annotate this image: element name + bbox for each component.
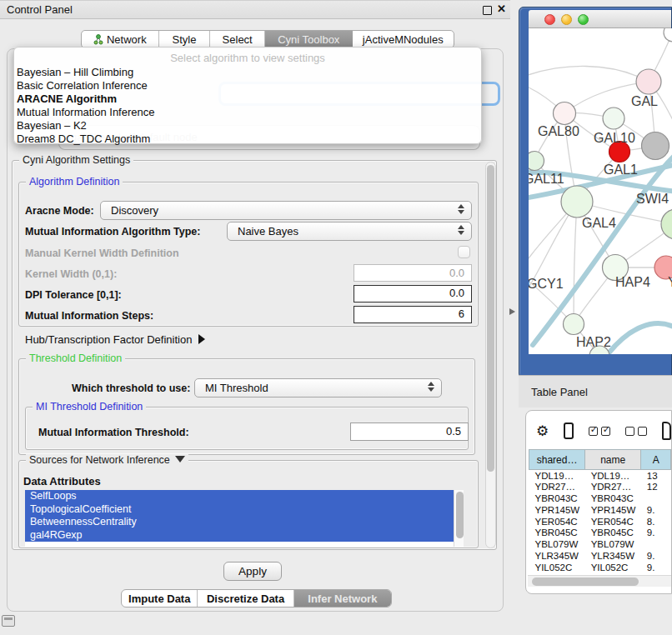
dpi-tolerance-input[interactable]: 0.0 [354, 285, 472, 302]
attribute-item-selected[interactable]: BetweennessCentrality [25, 516, 454, 529]
table-hscrollbar[interactable] [528, 575, 671, 587]
node-label: GAL [631, 94, 658, 108]
apply-button[interactable]: Apply [223, 562, 282, 581]
which-threshold-select[interactable]: MI Threshold [194, 378, 442, 398]
table-row[interactable]: YIL052CYIL052C9. [529, 562, 671, 573]
network-node-gal10[interactable] [603, 108, 624, 129]
list-scrollbar[interactable] [454, 490, 464, 547]
dropdown-item[interactable]: Bayesian – K2 [14, 119, 481, 132]
tab-impute-data[interactable]: Impute Data [122, 590, 198, 607]
dropdown-item[interactable]: ARACNE Algorithm [14, 92, 481, 106]
node-table[interactable]: shared…nameA YDL19…YDL19…13YDR27…YDR27…1… [529, 449, 671, 573]
table-row[interactable]: YBR043CYBR043C [529, 492, 671, 504]
select-none-icon[interactable] [625, 427, 647, 436]
float-window-icon[interactable] [483, 6, 492, 15]
settings-group-title: Cyni Algorithm Settings [19, 154, 133, 166]
table-row[interactable]: YLR345WYLR345W9. [529, 550, 671, 562]
column-header[interactable]: shared… [529, 450, 585, 470]
column-header[interactable]: A [641, 450, 671, 470]
aracne-mode-select[interactable]: Discovery [100, 201, 472, 220]
dropdown-item[interactable]: Dream8 DC_TDC Algorithm [14, 132, 481, 146]
table-row[interactable]: YDR27…YDR27…12 [529, 481, 671, 492]
data-attributes-label: Data Attributes [23, 475, 101, 488]
select-all-icon[interactable] [589, 427, 610, 436]
network-node-gal4[interactable] [561, 186, 593, 218]
split-columns-icon[interactable] [564, 422, 574, 439]
tab-infer-network[interactable]: Infer Network [294, 590, 391, 607]
close-icon[interactable]: ✕ [497, 2, 506, 15]
docked-panel-icon[interactable] [2, 615, 15, 627]
node-label: GAL10 [594, 131, 635, 145]
settings-scrollbar[interactable] [485, 162, 496, 548]
minimize-traffic-light[interactable] [561, 14, 572, 25]
algorithm-dropdown: Select algorithm to view settings Bayesi… [13, 47, 482, 144]
table-row[interactable]: YBL079WYBL079W [529, 538, 671, 550]
mi-threshold-definition-title: MI Threshold Definition [33, 401, 146, 412]
network-window: GALGAL80GAL10GAL1GAL11GAL4SWI4GCY1HAP4YH… [519, 7, 672, 378]
zoom-traffic-light[interactable] [578, 14, 589, 25]
tab-select[interactable]: Select [210, 31, 265, 48]
dpi-tolerance-label: DPI Tolerance [0,1]: [25, 289, 122, 301]
network-window-titlebar[interactable] [529, 10, 671, 28]
mi-steps-label: Mutual Information Steps: [25, 310, 153, 322]
data-attributes-list[interactable]: SelfLoopsTopologicalCoefficientBetweenne… [25, 490, 464, 547]
document-icon[interactable] [662, 422, 671, 440]
bottom-tabs: Impute DataDiscretize DataInfer Network [121, 589, 392, 608]
aracne-mode-label: Aracne Mode: [25, 205, 94, 217]
node-label: GAL1 [604, 162, 638, 177]
control-panel-title: Control Panel [7, 3, 73, 16]
tab-style[interactable]: Style [159, 31, 211, 48]
tab-jactivemnodules[interactable]: jActiveMNodules [353, 31, 454, 48]
network-node[interactable] [642, 132, 669, 160]
attribute-item-selected[interactable]: SelfLoops [25, 490, 454, 503]
network-edge[interactable] [529, 66, 649, 82]
algorithm-definition-title: Algorithm Definition [26, 176, 123, 188]
table-row[interactable]: YPR145WYPR145W9. [529, 504, 671, 516]
network-node-gal11[interactable] [529, 152, 544, 171]
table-row[interactable]: YDL19…YDL19…13 [529, 470, 671, 482]
network-node-gal80[interactable] [554, 102, 576, 125]
control-panel-titlebar: Control Panel ✕ [0, 0, 510, 19]
kernel-width-label: Kernel Width (0,1): [25, 268, 117, 280]
close-traffic-light[interactable] [544, 14, 555, 25]
node-label: HAP2 [576, 335, 611, 349]
table-panel-titlebar: Table Panel [519, 375, 672, 408]
network-edge[interactable] [574, 202, 577, 324]
tab-network[interactable]: Network [82, 31, 159, 48]
network-node[interactable] [664, 28, 672, 42]
hub-definition-expander[interactable]: Hub/Transcription Factor Definition [25, 333, 205, 346]
table-row[interactable]: YBR045CYBR045C9. [529, 527, 671, 538]
table-row[interactable]: YER054CYER054C8. [529, 516, 671, 528]
attribute-item-selected[interactable]: TopologicalCoefficient [25, 503, 454, 517]
kernel-width-input[interactable]: 0.0 [354, 264, 472, 282]
tab-discretize-data[interactable]: Discretize Data [198, 590, 293, 607]
node-label: GAL4 [582, 216, 616, 230]
attribute-item-selected[interactable]: gal4RGexp [25, 529, 454, 542]
network-node-hap2[interactable] [564, 314, 584, 335]
dropdown-item[interactable]: Bayesian – Hill Climbing [14, 66, 481, 79]
network-canvas[interactable]: GALGAL80GAL10GAL1GAL11GAL4SWI4GCY1HAP4YH… [529, 28, 672, 354]
mi-threshold-input[interactable]: 0.5 [350, 422, 469, 441]
manual-kernel-width-checkbox[interactable] [458, 246, 470, 258]
mi-threshold-label: Mutual Information Threshold: [38, 427, 189, 438]
mi-steps-input[interactable]: 6 [354, 306, 472, 323]
dropdown-item[interactable]: Mutual Information Inference [14, 106, 481, 119]
dropdown-item[interactable]: Basic Correlation Inference [14, 79, 481, 92]
manual-kernel-width-label: Manual Kernel Width Definition [25, 248, 179, 259]
stepper-arrows-icon [458, 204, 464, 214]
gear-icon[interactable]: ⚙ [536, 424, 549, 438]
dropdown-placeholder: Select algorithm to view settings [14, 48, 481, 66]
sources-title[interactable]: Sources for Network Inference [26, 454, 188, 466]
control-panel-tabs: NetworkStyleSelectCyni ToolboxjActiveMNo… [81, 30, 454, 48]
network-node-gal[interactable] [636, 69, 661, 94]
node-label: GAL80 [538, 124, 579, 138]
column-header[interactable]: name [585, 450, 641, 470]
node-label: Y [668, 275, 672, 289]
network-edge[interactable] [608, 323, 672, 354]
mi-algorithm-type-label: Mutual Information Algorithm Type: [25, 226, 200, 238]
mi-algorithm-type-select[interactable]: Naive Bayes [227, 222, 472, 241]
network-icon [93, 34, 103, 45]
node-label: GAL11 [529, 172, 564, 186]
tab-cyni-toolbox[interactable]: Cyni Toolbox [265, 31, 353, 48]
node-label: HAP4 [615, 275, 650, 289]
